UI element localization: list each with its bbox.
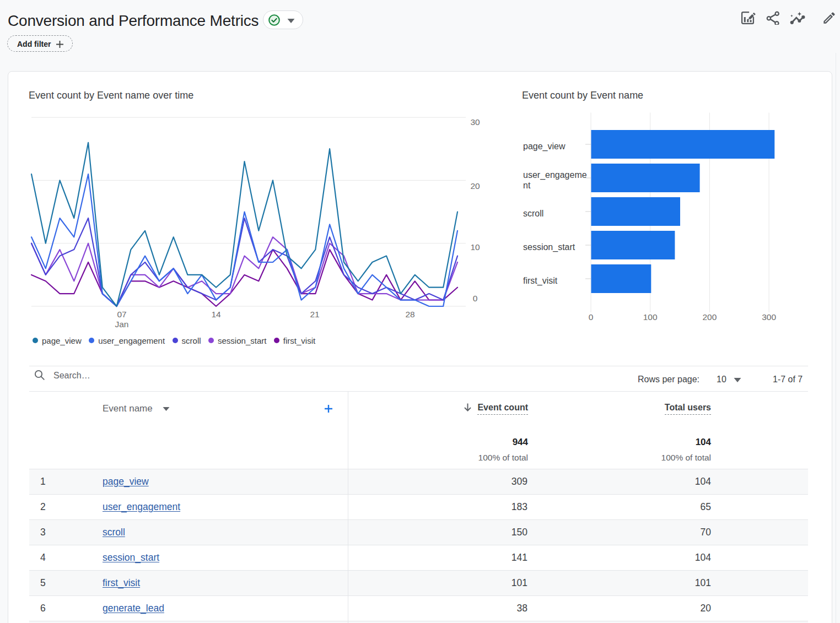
svg-text:100: 100 [643,312,658,322]
svg-text:0: 0 [589,312,594,322]
svg-text:200: 200 [702,312,717,322]
svg-text:300: 300 [762,312,776,322]
